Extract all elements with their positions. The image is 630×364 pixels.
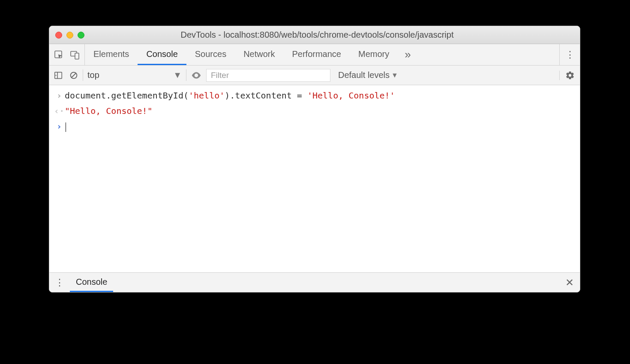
console-toolbar: top ▼ Default levels ▼ xyxy=(49,66,580,85)
console-output[interactable]: › document.getElementById('hello').textC… xyxy=(49,85,580,272)
drawer-menu-button[interactable]: ⋮ xyxy=(49,273,70,292)
drawer: ⋮ Console ✕ xyxy=(49,272,580,292)
output-marker-icon: ‹⋅ xyxy=(54,104,65,117)
console-output-value: "Hello, Console!" xyxy=(65,104,153,117)
filter-input[interactable] xyxy=(206,69,330,82)
minimize-window-button[interactable] xyxy=(66,32,73,39)
tab-network[interactable]: Network xyxy=(235,44,283,65)
more-tabs-button[interactable]: » xyxy=(398,44,417,65)
tabs: Elements Console Sources Network Perform… xyxy=(85,44,398,65)
console-prompt-input[interactable] xyxy=(65,120,66,133)
devtools-window: DevTools - localhost:8080/web/tools/chro… xyxy=(49,26,580,292)
console-prompt-row[interactable]: › xyxy=(49,119,580,134)
titlebar: DevTools - localhost:8080/web/tools/chro… xyxy=(49,26,580,44)
drawer-close-button[interactable]: ✕ xyxy=(559,273,580,292)
close-window-button[interactable] xyxy=(55,32,62,39)
tab-console[interactable]: Console xyxy=(138,44,186,65)
svg-rect-2 xyxy=(75,53,79,59)
chevron-down-icon: ▼ xyxy=(391,72,398,79)
drawer-tab-console[interactable]: Console xyxy=(70,273,113,292)
console-output-row: ‹⋅ "Hello, Console!" xyxy=(49,103,580,119)
svg-line-6 xyxy=(72,73,76,77)
clear-console-icon[interactable] xyxy=(69,71,78,80)
traffic-lights xyxy=(55,32,84,39)
log-levels-selector[interactable]: Default levels ▼ xyxy=(330,70,406,80)
chevron-down-icon: ▼ xyxy=(173,70,182,80)
main-tabbar: Elements Console Sources Network Perform… xyxy=(49,44,580,66)
svg-point-7 xyxy=(195,74,197,76)
levels-label: Default levels xyxy=(338,70,390,80)
window-title: DevTools - localhost:8080/web/tools/chro… xyxy=(95,30,540,40)
console-sidebar-toggle-icon[interactable] xyxy=(54,71,63,80)
devtools-left-tools xyxy=(49,44,85,65)
console-input-row: › document.getElementById('hello').textC… xyxy=(49,88,580,103)
zoom-window-button[interactable] xyxy=(78,32,84,39)
main-menu-button[interactable]: ⋮ xyxy=(559,44,580,65)
tab-memory[interactable]: Memory xyxy=(350,44,398,65)
prompt-marker-icon: › xyxy=(54,120,65,133)
input-marker-icon: › xyxy=(54,89,65,102)
tab-elements[interactable]: Elements xyxy=(85,44,138,65)
inspect-element-icon[interactable] xyxy=(54,50,64,60)
tab-performance[interactable]: Performance xyxy=(284,44,350,65)
device-toggle-icon[interactable] xyxy=(70,50,80,60)
console-settings-button[interactable] xyxy=(559,71,580,80)
live-expression-icon[interactable] xyxy=(191,70,202,81)
tab-sources[interactable]: Sources xyxy=(186,44,235,65)
context-label: top xyxy=(87,70,99,80)
execution-context-selector[interactable]: top ▼ xyxy=(83,70,186,80)
console-input-code: document.getElementById('hello').textCon… xyxy=(65,89,395,102)
